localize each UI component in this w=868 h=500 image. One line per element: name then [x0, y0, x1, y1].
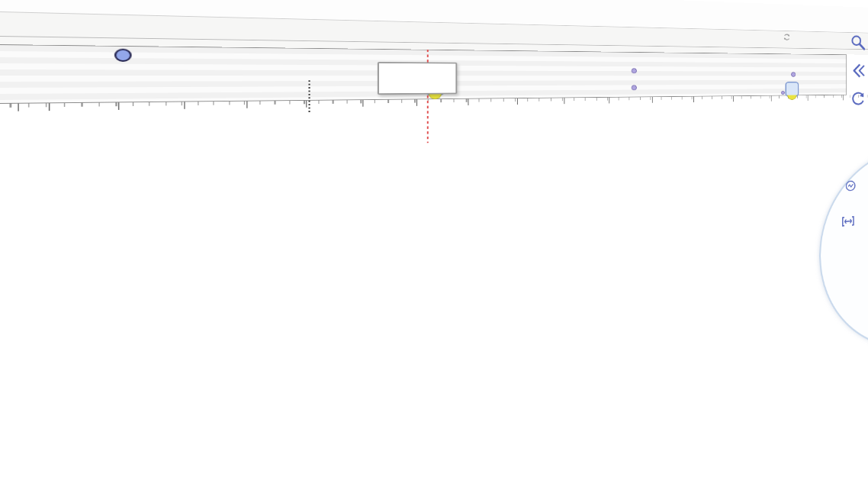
timeline-tooltip [378, 62, 457, 95]
indicator-icon[interactable] [844, 179, 856, 192]
tooltip-time [379, 65, 455, 66]
app-window [0, 0, 868, 500]
hovered-event-summary [0, 16, 31, 30]
right-toolbar [848, 31, 868, 115]
shock-events-panel [0, 0, 868, 500]
shock-event-marker-small-1[interactable] [632, 68, 637, 73]
shock-event-marker-small-3[interactable] [791, 72, 796, 76]
sync-icon [783, 34, 791, 41]
selected-event-title [434, 150, 573, 154]
shock-event-marker-large[interactable] [114, 49, 132, 62]
synced-status [783, 34, 792, 41]
event-badge-other[interactable] [786, 82, 799, 97]
undo-zoom-icon[interactable] [850, 62, 867, 79]
shock-event-marker-small-4[interactable] [781, 91, 785, 95]
reset-view-icon[interactable] [850, 90, 867, 108]
shock-event-marker-small-2[interactable] [632, 85, 637, 90]
axis-lock-icon[interactable] [842, 215, 855, 227]
tooltip-date [379, 65, 455, 66]
zoom-icon[interactable] [850, 34, 867, 51]
shock-waveform-chart[interactable] [0, 157, 868, 500]
timeline-cursor-line [308, 80, 310, 114]
